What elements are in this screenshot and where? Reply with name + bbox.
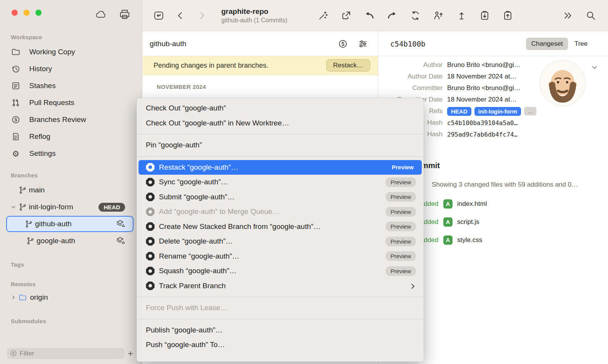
filter-options-icon[interactable] <box>357 38 369 50</box>
back-icon[interactable] <box>174 10 186 21</box>
tab-changeset[interactable]: Changeset <box>526 38 568 50</box>
clipboard-up-icon[interactable] <box>502 10 513 21</box>
window-controls <box>12 10 42 16</box>
preview-badge: Preview <box>386 207 416 217</box>
window-subtitle: github-auth (1 Commits) <box>221 17 287 24</box>
submodules-section-header: Submodules <box>0 317 142 326</box>
stack-warning-icon <box>116 219 126 229</box>
menu-item-push-to[interactable]: Push “google-auth” To… <box>137 337 424 352</box>
remote-label: origin <box>30 293 48 302</box>
graphite-gem-icon <box>146 237 155 246</box>
graphite-gem-icon <box>146 281 155 290</box>
sidebar-item-label: Branches Review <box>29 115 86 124</box>
menu-item-squash[interactable]: Squash “google-auth”…Preview <box>137 264 424 279</box>
restack-button[interactable]: Restack… <box>326 59 370 72</box>
preview-badge: Preview <box>387 162 416 172</box>
file-name: style.css <box>457 236 482 244</box>
menu-item-checkout-worktree[interactable]: Check Out “google-auth” in New Worktree… <box>137 116 424 131</box>
add-button[interactable]: + <box>124 349 137 358</box>
menu-item-delete[interactable]: Delete “google-auth”…Preview <box>137 234 424 249</box>
menu-item-checkout[interactable]: Check Out “google-auth” <box>137 101 424 116</box>
graphite-gem-icon <box>146 163 155 172</box>
sidebar-item-history[interactable]: History <box>0 60 142 77</box>
printer-icon[interactable] <box>118 8 131 22</box>
sidebar-item-label: Stashes <box>29 82 56 90</box>
sidebar-branch-init-login-form[interactable]: init-login-form HEAD <box>0 199 142 215</box>
push-arrow-icon[interactable] <box>456 10 467 21</box>
sync-arrows-icon[interactable] <box>409 10 421 21</box>
workspace-section-header: Workspace <box>0 33 142 42</box>
history-icon <box>11 64 21 73</box>
file-name: index.html <box>457 200 487 208</box>
menu-item-sync[interactable]: Sync “google-auth”…Preview <box>137 175 424 190</box>
sidebar-branch-github-auth[interactable]: github-auth <box>6 216 134 232</box>
tab-tree[interactable]: Tree <box>570 38 593 50</box>
author-date-label: Author Date <box>379 73 443 80</box>
branch-icon <box>25 220 33 228</box>
sidebar-item-branches-review[interactable]: Branches Review <box>0 111 142 128</box>
menu-item-submit[interactable]: Submit “google-auth”…Preview <box>137 190 424 205</box>
open-repository-icon[interactable] <box>153 10 164 21</box>
minimize-button[interactable] <box>23 10 30 16</box>
sidebar-item-working-copy[interactable]: Working Copy <box>0 43 142 60</box>
graphite-gem-icon <box>146 222 155 231</box>
tags-section-header: Tags <box>0 260 142 269</box>
refs-more-button[interactable]: … <box>524 107 536 115</box>
author-date-value: 18 November 2024 at… <box>447 73 517 80</box>
stacked-changes-icon[interactable] <box>337 38 349 50</box>
person-arrow-icon[interactable] <box>433 10 444 21</box>
branches-section-header: Branches <box>0 171 142 180</box>
file-status-badge: A <box>443 217 453 227</box>
menu-separator <box>137 134 423 134</box>
file-status-badge: A <box>443 235 453 245</box>
wand-icon[interactable] <box>317 10 329 21</box>
menu-separator <box>137 156 423 157</box>
stashes-icon <box>11 81 21 90</box>
menu-item-create-stacked-branch[interactable]: Create New Stacked Branch from “google-a… <box>137 219 424 234</box>
forward-icon[interactable] <box>196 10 207 21</box>
committer-date-value: 18 November 2024 at… <box>447 96 517 104</box>
menu-item-rename[interactable]: Rename “google-auth”…Preview <box>137 249 424 264</box>
sidebar-branch-google-auth[interactable]: google-auth <box>0 232 142 249</box>
share-arrow-icon[interactable] <box>340 10 352 21</box>
restack-banner: Pending changes in parent branches. Rest… <box>143 56 378 75</box>
sidebar-branch-main[interactable]: main <box>0 182 142 199</box>
author-value: Bruno Brito <bruno@gi… <box>447 61 521 69</box>
pull-arrow-icon[interactable] <box>386 10 398 21</box>
close-button[interactable] <box>12 10 18 16</box>
stack-warning-icon <box>116 236 126 245</box>
clipboard-down-icon[interactable] <box>479 10 490 21</box>
chevron-right-icon[interactable] <box>8 294 18 301</box>
filter-field[interactable] <box>7 348 124 359</box>
filter-input[interactable] <box>20 350 121 357</box>
window-title: graphite-repo <box>221 7 287 16</box>
menu-item-add-merge-queue: Add “google-auth” to Merge Queue…Preview <box>137 204 424 219</box>
graphite-gem-icon <box>146 207 155 216</box>
menu-item-track-parent-branch[interactable]: Track Parent Branch <box>137 279 424 294</box>
sidebar-item-reflog[interactable]: Reflog <box>0 128 142 145</box>
collapse-details-chevron-icon[interactable] <box>591 64 598 71</box>
hash-value: c54b100ba39104a5a0… <box>447 119 518 127</box>
menu-item-force-push-lease: Force Push with Lease… <box>137 301 424 316</box>
sidebar-item-settings[interactable]: ⚙ Settings <box>0 145 142 162</box>
sidebar-remote-origin[interactable]: origin <box>0 289 142 306</box>
pull-request-icon <box>11 98 21 107</box>
cloud-icon[interactable] <box>94 8 107 22</box>
sidebar-item-stashes[interactable]: Stashes <box>0 77 142 94</box>
more-toolbar-items-icon[interactable] <box>562 10 573 21</box>
menu-item-restack[interactable]: Restack “google-auth”…Preview <box>139 160 422 175</box>
menu-item-publish[interactable]: Publish “google-auth”… <box>137 323 424 338</box>
menu-item-pin[interactable]: Pin “google-auth” <box>137 138 424 153</box>
changeset-summary: Showing 3 changed files with 59 addition… <box>432 181 578 189</box>
sidebar: Workspace Working Copy History Stashes P… <box>0 0 142 364</box>
head-badge: HEAD <box>99 203 125 212</box>
zoom-button[interactable] <box>35 10 42 16</box>
branch-panel-title: github-auth <box>150 40 186 48</box>
branch-icon <box>18 186 27 194</box>
sidebar-item-pull-requests[interactable]: Pull Requests <box>0 94 142 111</box>
committer-label: Committer <box>379 84 443 92</box>
search-icon[interactable] <box>585 10 596 21</box>
merge-arrow-icon[interactable] <box>363 10 375 21</box>
chevron-down-icon[interactable] <box>8 204 18 210</box>
folder-icon <box>11 47 21 57</box>
